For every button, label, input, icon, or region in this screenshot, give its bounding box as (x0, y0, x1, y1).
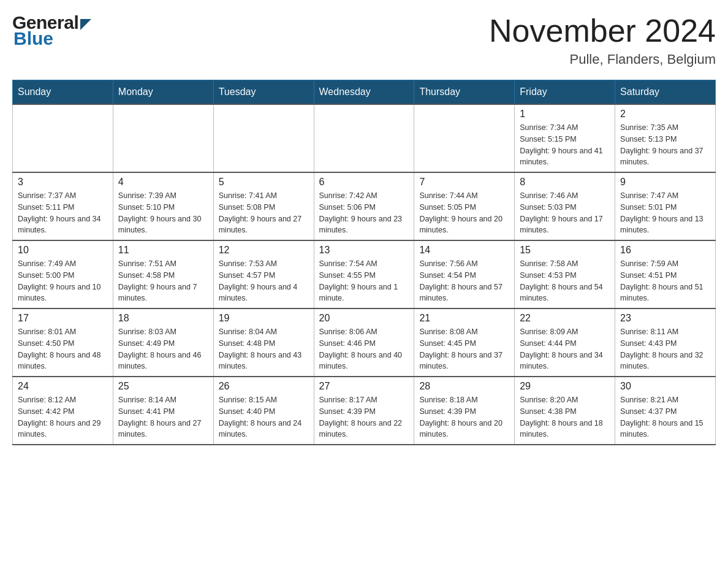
svg-marker-0 (80, 19, 91, 30)
calendar-day-cell: 29Sunrise: 8:20 AM Sunset: 4:38 PM Dayli… (515, 377, 615, 445)
calendar-day-cell: 22Sunrise: 8:09 AM Sunset: 4:44 PM Dayli… (515, 308, 615, 377)
calendar-day-header: Thursday (414, 80, 515, 105)
calendar-day-cell: 3Sunrise: 7:37 AM Sunset: 5:11 PM Daylig… (13, 172, 113, 240)
day-number: 19 (219, 313, 309, 324)
day-number: 26 (219, 381, 309, 392)
month-title: November 2024 (489, 12, 716, 49)
calendar-week-row: 17Sunrise: 8:01 AM Sunset: 4:50 PM Dayli… (13, 308, 716, 377)
logo-arrow-icon (80, 13, 91, 34)
day-info: Sunrise: 7:58 AM Sunset: 4:53 PM Dayligh… (520, 258, 610, 304)
day-number: 3 (18, 177, 108, 188)
day-number: 11 (118, 245, 208, 256)
day-number: 18 (118, 313, 208, 324)
day-info: Sunrise: 7:51 AM Sunset: 4:58 PM Dayligh… (118, 258, 208, 304)
calendar-day-cell: 5Sunrise: 7:41 AM Sunset: 5:08 PM Daylig… (213, 172, 314, 240)
calendar-day-cell: 7Sunrise: 7:44 AM Sunset: 5:05 PM Daylig… (414, 172, 515, 240)
calendar-week-row: 1Sunrise: 7:34 AM Sunset: 5:15 PM Daylig… (13, 104, 716, 172)
day-info: Sunrise: 7:53 AM Sunset: 4:57 PM Dayligh… (219, 258, 309, 304)
day-info: Sunrise: 8:20 AM Sunset: 4:38 PM Dayligh… (520, 394, 610, 440)
calendar-day-cell: 11Sunrise: 7:51 AM Sunset: 4:58 PM Dayli… (113, 240, 213, 308)
day-number: 13 (319, 245, 409, 256)
calendar-day-cell: 26Sunrise: 8:15 AM Sunset: 4:40 PM Dayli… (213, 377, 314, 445)
calendar-day-cell: 18Sunrise: 8:03 AM Sunset: 4:49 PM Dayli… (113, 308, 213, 377)
day-number: 5 (219, 177, 309, 188)
calendar-day-cell (13, 104, 113, 172)
day-info: Sunrise: 7:41 AM Sunset: 5:08 PM Dayligh… (219, 190, 309, 236)
day-info: Sunrise: 7:39 AM Sunset: 5:10 PM Dayligh… (118, 190, 208, 236)
calendar-day-cell: 6Sunrise: 7:42 AM Sunset: 5:06 PM Daylig… (314, 172, 414, 240)
calendar-day-cell: 10Sunrise: 7:49 AM Sunset: 5:00 PM Dayli… (13, 240, 113, 308)
calendar-day-cell: 17Sunrise: 8:01 AM Sunset: 4:50 PM Dayli… (13, 308, 113, 377)
calendar-day-cell: 27Sunrise: 8:17 AM Sunset: 4:39 PM Dayli… (314, 377, 414, 445)
day-number: 23 (620, 313, 710, 324)
day-number: 29 (520, 381, 610, 392)
day-info: Sunrise: 7:59 AM Sunset: 4:51 PM Dayligh… (620, 258, 710, 304)
day-number: 16 (620, 245, 710, 256)
calendar-day-cell: 28Sunrise: 8:18 AM Sunset: 4:39 PM Dayli… (414, 377, 515, 445)
calendar-day-header: Wednesday (314, 80, 414, 105)
day-number: 12 (219, 245, 309, 256)
calendar-day-cell (213, 104, 314, 172)
day-number: 25 (118, 381, 208, 392)
calendar-day-cell: 15Sunrise: 7:58 AM Sunset: 4:53 PM Dayli… (515, 240, 615, 308)
day-info: Sunrise: 7:47 AM Sunset: 5:01 PM Dayligh… (620, 190, 710, 236)
calendar-day-cell: 9Sunrise: 7:47 AM Sunset: 5:01 PM Daylig… (615, 172, 716, 240)
calendar-day-cell (113, 104, 213, 172)
day-number: 21 (419, 313, 509, 324)
calendar-day-cell: 23Sunrise: 8:11 AM Sunset: 4:43 PM Dayli… (615, 308, 716, 377)
calendar-day-cell: 19Sunrise: 8:04 AM Sunset: 4:48 PM Dayli… (213, 308, 314, 377)
day-number: 15 (520, 245, 610, 256)
day-number: 4 (118, 177, 208, 188)
day-info: Sunrise: 8:11 AM Sunset: 4:43 PM Dayligh… (620, 326, 710, 372)
day-number: 1 (520, 109, 610, 120)
day-number: 20 (319, 313, 409, 324)
day-number: 10 (18, 245, 108, 256)
day-number: 9 (620, 177, 710, 188)
calendar-week-row: 10Sunrise: 7:49 AM Sunset: 5:00 PM Dayli… (13, 240, 716, 308)
day-info: Sunrise: 8:18 AM Sunset: 4:39 PM Dayligh… (419, 394, 509, 440)
day-info: Sunrise: 7:37 AM Sunset: 5:11 PM Dayligh… (18, 190, 108, 236)
calendar-day-cell (314, 104, 414, 172)
calendar-week-row: 24Sunrise: 8:12 AM Sunset: 4:42 PM Dayli… (13, 377, 716, 445)
calendar-day-cell: 25Sunrise: 8:14 AM Sunset: 4:41 PM Dayli… (113, 377, 213, 445)
calendar-table: SundayMondayTuesdayWednesdayThursdayFrid… (12, 80, 716, 445)
day-info: Sunrise: 7:44 AM Sunset: 5:05 PM Dayligh… (419, 190, 509, 236)
location-title: Pulle, Flanders, Belgium (489, 52, 716, 67)
calendar-day-cell: 8Sunrise: 7:46 AM Sunset: 5:03 PM Daylig… (515, 172, 615, 240)
day-number: 28 (419, 381, 509, 392)
day-info: Sunrise: 8:09 AM Sunset: 4:44 PM Dayligh… (520, 326, 610, 372)
day-info: Sunrise: 8:21 AM Sunset: 4:37 PM Dayligh… (620, 394, 710, 440)
calendar-day-cell: 16Sunrise: 7:59 AM Sunset: 4:51 PM Dayli… (615, 240, 716, 308)
calendar-day-header: Saturday (615, 80, 716, 105)
day-number: 8 (520, 177, 610, 188)
day-info: Sunrise: 7:34 AM Sunset: 5:15 PM Dayligh… (520, 122, 610, 168)
day-info: Sunrise: 7:35 AM Sunset: 5:13 PM Dayligh… (620, 122, 710, 168)
calendar-week-row: 3Sunrise: 7:37 AM Sunset: 5:11 PM Daylig… (13, 172, 716, 240)
day-info: Sunrise: 7:49 AM Sunset: 5:00 PM Dayligh… (18, 258, 108, 304)
day-info: Sunrise: 7:46 AM Sunset: 5:03 PM Dayligh… (520, 190, 610, 236)
calendar-day-cell: 1Sunrise: 7:34 AM Sunset: 5:15 PM Daylig… (515, 104, 615, 172)
day-number: 27 (319, 381, 409, 392)
day-info: Sunrise: 8:04 AM Sunset: 4:48 PM Dayligh… (219, 326, 309, 372)
calendar-day-header: Sunday (13, 80, 113, 105)
day-info: Sunrise: 8:08 AM Sunset: 4:45 PM Dayligh… (419, 326, 509, 372)
day-info: Sunrise: 8:17 AM Sunset: 4:39 PM Dayligh… (319, 394, 409, 440)
day-number: 6 (319, 177, 409, 188)
title-section: November 2024 Pulle, Flanders, Belgium (489, 12, 716, 67)
day-number: 30 (620, 381, 710, 392)
logo: General Blue (12, 12, 91, 49)
calendar-day-cell: 24Sunrise: 8:12 AM Sunset: 4:42 PM Dayli… (13, 377, 113, 445)
calendar-day-cell: 21Sunrise: 8:08 AM Sunset: 4:45 PM Dayli… (414, 308, 515, 377)
calendar-day-header: Friday (515, 80, 615, 105)
day-number: 22 (520, 313, 610, 324)
calendar-day-header: Tuesday (213, 80, 314, 105)
page-header: General Blue November 2024 Pulle, Flande… (12, 12, 716, 67)
calendar-day-header: Monday (113, 80, 213, 105)
day-info: Sunrise: 8:15 AM Sunset: 4:40 PM Dayligh… (219, 394, 309, 440)
day-info: Sunrise: 7:54 AM Sunset: 4:55 PM Dayligh… (319, 258, 409, 304)
calendar-day-cell: 30Sunrise: 8:21 AM Sunset: 4:37 PM Dayli… (615, 377, 716, 445)
day-info: Sunrise: 8:12 AM Sunset: 4:42 PM Dayligh… (18, 394, 108, 440)
day-number: 14 (419, 245, 509, 256)
day-info: Sunrise: 8:06 AM Sunset: 4:46 PM Dayligh… (319, 326, 409, 372)
calendar-day-cell: 13Sunrise: 7:54 AM Sunset: 4:55 PM Dayli… (314, 240, 414, 308)
